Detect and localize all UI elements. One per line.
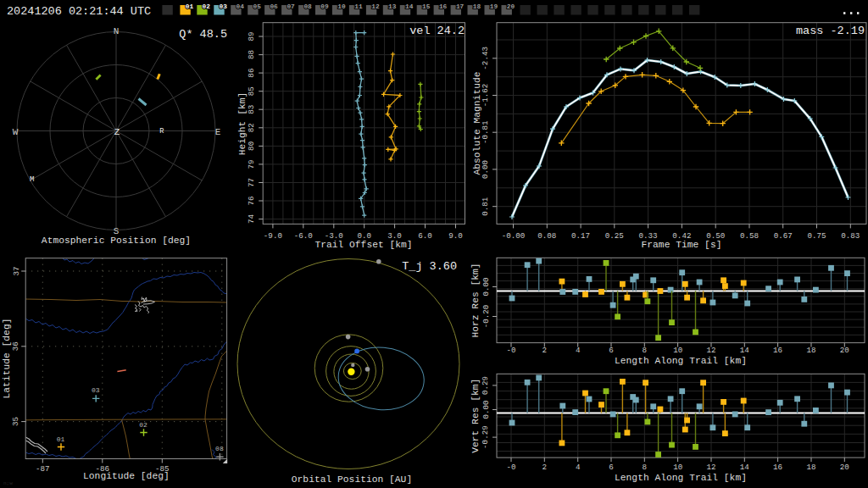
svg-text:74: 74 [247, 214, 256, 225]
svg-text:82: 82 [247, 123, 256, 132]
svg-text:16: 16 [439, 3, 448, 10]
svg-text:-2.43: -2.43 [481, 47, 490, 70]
svg-text:0.67: 0.67 [774, 231, 793, 241]
svg-text:0.25: 0.25 [605, 231, 624, 241]
svg-text:4: 4 [576, 346, 581, 355]
svg-text:0.50: 0.50 [706, 231, 725, 241]
svg-text:0.08: 0.08 [537, 231, 556, 241]
svg-text:06: 06 [270, 3, 278, 10]
svg-text:35: 35 [12, 417, 21, 426]
svg-text:01: 01 [57, 435, 65, 443]
svg-text:03: 03 [220, 3, 228, 10]
svg-text:Frame Time [s]: Frame Time [s] [642, 240, 722, 250]
svg-text:14: 14 [740, 346, 750, 355]
svg-text:2: 2 [542, 463, 548, 472]
svg-text:-0: -0 [506, 463, 515, 472]
svg-text:0.83: 0.83 [841, 231, 860, 241]
svg-text:04: 04 [236, 3, 245, 10]
svg-text:14: 14 [405, 3, 414, 10]
svg-text:10: 10 [673, 463, 682, 472]
svg-text:20: 20 [840, 346, 849, 355]
svg-text:Z: Z [114, 127, 120, 137]
svg-text:-87: -87 [36, 464, 50, 474]
svg-text:Latitude [deg]: Latitude [deg] [2, 319, 12, 399]
svg-text:79: 79 [247, 159, 256, 169]
svg-text:03: 03 [92, 386, 100, 394]
svg-text:18: 18 [806, 463, 815, 472]
svg-text:4: 4 [576, 463, 581, 472]
svg-text:08: 08 [215, 445, 224, 452]
svg-text:0.0: 0.0 [357, 231, 371, 241]
svg-text:Vert Res [km]: Vert Res [km] [471, 379, 481, 453]
svg-text:12: 12 [706, 463, 715, 472]
svg-text:10: 10 [337, 3, 346, 10]
svg-text:Trail Offset [km]: Trail Offset [km] [314, 240, 412, 250]
svg-text:-0: -0 [506, 346, 515, 355]
svg-text:vel 24.2: vel 24.2 [409, 25, 465, 37]
svg-text:0.00: 0.00 [481, 400, 491, 419]
svg-text:86: 86 [247, 69, 256, 78]
svg-text:77: 77 [247, 178, 256, 187]
svg-text:85: 85 [247, 86, 256, 96]
svg-text:-9.0: -9.0 [264, 231, 282, 241]
svg-text:20241206 02:21:44 UTC: 20241206 02:21:44 UTC [7, 5, 151, 18]
svg-text:6: 6 [609, 346, 614, 355]
svg-text:Absolute Magnitude: Absolute Magnitude [472, 71, 482, 175]
svg-text:Horz Res [km]: Horz Res [km] [471, 263, 481, 337]
svg-text:6: 6 [609, 463, 614, 472]
svg-text:Length Along Trail [km]: Length Along Trail [km] [615, 473, 747, 483]
svg-text:0.81: 0.81 [481, 197, 490, 216]
svg-text:12: 12 [706, 346, 715, 355]
svg-text:9.0: 9.0 [448, 231, 463, 241]
svg-text:mass -2.19: mass -2.19 [796, 25, 865, 37]
svg-text:89: 89 [247, 31, 256, 41]
svg-text:01: 01 [186, 3, 194, 10]
svg-text:0.29: 0.29 [481, 376, 491, 395]
svg-text:N: N [114, 26, 120, 36]
svg-text:17: 17 [456, 3, 465, 10]
svg-text:0.58: 0.58 [740, 231, 759, 241]
svg-text:18: 18 [473, 3, 481, 10]
svg-text:05: 05 [253, 3, 262, 10]
svg-text:8: 8 [643, 463, 648, 472]
svg-text:20: 20 [840, 463, 849, 472]
svg-text:Atmospheric Position [deg]: Atmospheric Position [deg] [42, 236, 191, 246]
svg-text:83: 83 [247, 105, 256, 114]
svg-text:-0.81: -0.81 [481, 120, 490, 144]
svg-text:16: 16 [773, 463, 782, 472]
svg-text:0.33: 0.33 [639, 231, 658, 241]
svg-text:-0.29: -0.29 [481, 425, 491, 449]
svg-text:76: 76 [247, 197, 256, 206]
svg-text:0.00: 0.00 [481, 277, 491, 296]
svg-text:20: 20 [507, 3, 515, 10]
svg-text:07: 07 [287, 3, 295, 10]
svg-text:-0.20: -0.20 [481, 305, 491, 329]
svg-text:M: M [30, 175, 34, 184]
svg-text:16: 16 [773, 346, 782, 355]
svg-text:Longitude [deg]: Longitude [deg] [83, 471, 170, 481]
svg-text:E: E [215, 127, 221, 137]
svg-text:36: 36 [12, 341, 21, 351]
svg-text:09: 09 [320, 3, 329, 10]
svg-text:10: 10 [673, 346, 682, 355]
svg-text:-3.0: -3.0 [325, 231, 343, 241]
svg-text:0.75: 0.75 [807, 231, 826, 241]
svg-text:-0.00: -0.00 [502, 231, 526, 241]
svg-text:80: 80 [247, 141, 256, 151]
svg-text:13: 13 [388, 3, 397, 10]
svg-text:37: 37 [12, 266, 21, 275]
svg-text:W: W [13, 127, 19, 137]
svg-text:Height [km]: Height [km] [237, 92, 248, 156]
svg-text:-6.0: -6.0 [294, 231, 313, 241]
svg-text:0.42: 0.42 [672, 231, 691, 241]
svg-text:Q* 48.5: Q* 48.5 [179, 28, 227, 41]
svg-text:T_j 3.60: T_j 3.60 [402, 260, 457, 273]
svg-text:19: 19 [490, 3, 498, 10]
svg-text:-1.62: -1.62 [481, 84, 490, 108]
svg-text:n;w: n;w [3, 480, 13, 486]
svg-text:02: 02 [203, 3, 211, 10]
svg-text:88: 88 [247, 50, 256, 59]
svg-text:11: 11 [354, 3, 363, 10]
svg-text:18: 18 [806, 346, 815, 355]
svg-text:0.00: 0.00 [481, 160, 490, 179]
